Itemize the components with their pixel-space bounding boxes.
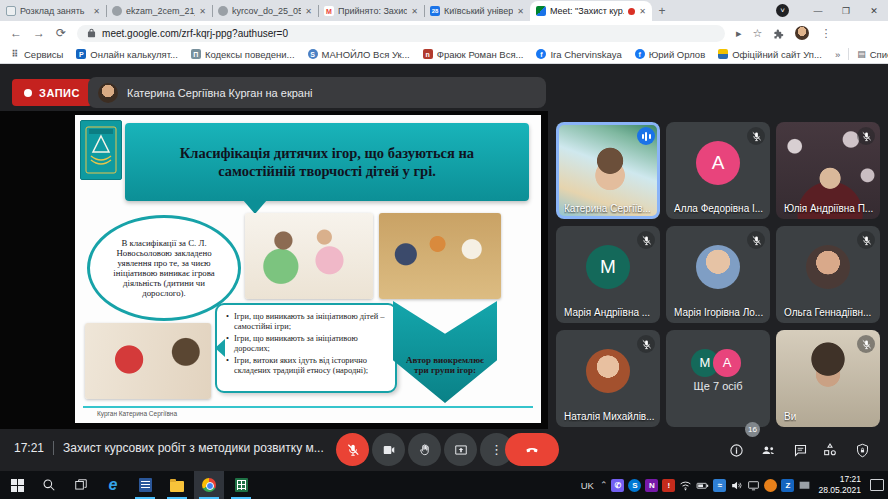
window-minimize-button[interactable]: — — [804, 0, 832, 21]
tab-close-icon[interactable]: ✕ — [639, 7, 646, 16]
globe-favicon-icon — [112, 6, 122, 16]
bookmark-star-icon[interactable]: ☆ — [753, 28, 763, 39]
edge-taskbar-button[interactable]: e — [98, 471, 128, 499]
tab-close-icon[interactable]: ✕ — [411, 7, 418, 16]
more-participants-tile[interactable]: М А Ще 7 осіб — [666, 330, 770, 427]
viber-tray-icon[interactable]: ✆ — [611, 479, 624, 492]
bookmark-label: Юрий Орлов — [649, 49, 705, 60]
back-icon[interactable]: ← — [10, 27, 22, 39]
volume-tray-icon[interactable] — [730, 479, 743, 492]
tab-close-icon[interactable]: ✕ — [199, 7, 206, 16]
onenote-tray-icon[interactable]: N — [645, 479, 658, 492]
participant-tile[interactable]: Катерина Сергіїв... — [556, 122, 660, 219]
tab-close-icon[interactable]: ✕ — [93, 7, 100, 16]
slide-footer-rule — [83, 406, 533, 408]
shield-favicon-icon — [718, 49, 728, 59]
window-maximize-button[interactable]: ❐ — [832, 0, 860, 21]
mic-toggle-button[interactable] — [336, 433, 369, 466]
tab-close-icon[interactable]: ✕ — [517, 7, 524, 16]
bookmarks-overflow-icon[interactable]: » — [835, 49, 840, 60]
word-taskbar-button[interactable] — [130, 471, 160, 499]
media-session-icon[interactable]: ▸ — [736, 28, 742, 39]
divider — [848, 48, 849, 60]
tab-calendar[interactable]: 28 Київський університе... ✕ — [424, 1, 530, 21]
raise-hand-button[interactable] — [408, 433, 441, 466]
java-tray-icon[interactable] — [764, 479, 777, 492]
bookmark-frayuk[interactable]: n Фраюк Роман Вся... — [423, 49, 524, 60]
tab-close-icon[interactable]: ✕ — [305, 7, 312, 16]
task-view-button[interactable] — [66, 471, 96, 499]
mic-off-icon — [857, 335, 875, 353]
start-button[interactable] — [2, 471, 32, 499]
bookmark-orlov[interactable]: f Юрий Орлов — [635, 49, 705, 60]
tab-meet-active[interactable]: Meet: "Захист кур..." ✕ — [530, 1, 652, 21]
file-explorer-button[interactable] — [162, 471, 192, 499]
action-center-icon[interactable] — [870, 479, 884, 491]
reload-icon[interactable]: ⟳ — [56, 27, 66, 39]
tab-gmail[interactable]: M Прийнято: Захист кур... ✕ — [318, 1, 424, 21]
battery-tray-icon[interactable] — [696, 479, 709, 492]
activities-button[interactable] — [820, 440, 840, 460]
weather-tray-icon[interactable]: ≈ — [713, 479, 726, 492]
language-indicator[interactable]: UK — [581, 480, 594, 491]
tab-kyrcov-pdf[interactable]: kyrcov_do_25_05.pdf ✕ — [212, 1, 318, 21]
more-participants-label: Ще 7 осіб — [666, 380, 770, 392]
self-view-tile[interactable]: Ви — [776, 330, 880, 427]
media-control-button[interactable]: ˅ — [776, 4, 789, 17]
wifi-tray-icon[interactable] — [679, 479, 692, 492]
photo-mother-child — [85, 323, 211, 399]
chat-panel-button[interactable] — [790, 440, 810, 460]
display-tray-icon[interactable] — [747, 479, 760, 492]
participant-tile[interactable]: М Марія Андріївна ... — [556, 226, 660, 323]
taskbar-search-button[interactable] — [34, 471, 64, 499]
window-close-button[interactable]: ✕ — [860, 0, 888, 21]
present-screen-button[interactable] — [444, 433, 477, 466]
host-controls-button[interactable] — [852, 440, 872, 460]
skype-tray-icon[interactable]: S — [628, 479, 641, 492]
participant-photo-avatar — [696, 245, 740, 289]
taskbar-clock[interactable]: 17:21 28.05.2021 — [818, 474, 861, 495]
bookmark-codes[interactable]: Π Кодексы поведени... — [191, 49, 295, 60]
mic-off-icon — [637, 231, 655, 249]
participants-panel-button[interactable] — [758, 440, 778, 460]
tab-ekzam-pdf[interactable]: ekzam_2cem_21_05_1... ✕ — [106, 1, 212, 21]
end-call-button[interactable] — [505, 433, 559, 466]
z-app-tray-icon[interactable]: Z — [781, 479, 794, 492]
reading-list-button[interactable]: ▤ Список для чтения — [857, 49, 888, 60]
participant-tile[interactable]: Юлія Андріївна П... — [776, 122, 880, 219]
extensions-icon[interactable] — [773, 28, 784, 39]
second-monitor-tray-icon[interactable] — [798, 479, 811, 492]
meeting-details-button[interactable] — [726, 440, 746, 460]
address-bar[interactable]: meet.google.com/zrf-kqrj-ppg?authuser=0 — [77, 25, 725, 42]
stacked-avatars: М А — [691, 349, 745, 377]
calendar-favicon-icon: 28 — [430, 6, 440, 16]
hidden-icons-chevron-icon[interactable]: ⌃ — [600, 480, 608, 490]
chrome-taskbar-button[interactable] — [194, 471, 224, 499]
slide-arrow-shape — [393, 301, 497, 403]
participant-tile[interactable]: Наталія Михайлів... — [556, 330, 660, 427]
participants-grid: Катерина Сергіїв... А Алла Федорівна І..… — [556, 122, 880, 427]
calc-taskbar-button[interactable] — [226, 471, 256, 499]
bookmark-calculator[interactable]: P Онлайн калькулят... — [76, 49, 178, 60]
bookmark-official-site[interactable]: Офіційний сайт Уп... — [718, 49, 822, 60]
presenter-pill[interactable]: Катерина Сергіївна Курган на екрані — [88, 77, 546, 108]
slide-arrow-text: Автор виокремлює три групи ігор: — [401, 355, 489, 376]
camera-toggle-button[interactable] — [372, 433, 405, 466]
new-tab-button[interactable]: + — [652, 1, 672, 21]
bookmark-label: Фраюк Роман Вся... — [437, 49, 524, 60]
recording-badge: ЗАПИС — [12, 79, 92, 106]
bookmark-services[interactable]: ⠿ Сервисы — [10, 49, 63, 60]
participant-tile[interactable]: Марія Ігорівна Ло... — [666, 226, 770, 323]
forward-icon[interactable]: → — [33, 27, 45, 39]
participant-tile[interactable]: Ольга Геннадіївн... — [776, 226, 880, 323]
browser-menu-icon[interactable]: ⋮ — [820, 28, 831, 39]
participant-name: Марія Андріївна ... — [564, 307, 650, 318]
tab-schedule[interactable]: Розклад занять ✕ — [0, 1, 106, 21]
mic-off-icon — [857, 231, 875, 249]
profile-avatar[interactable] — [795, 26, 809, 40]
security-warning-tray-icon[interactable]: ! — [662, 479, 675, 492]
bookmark-ira[interactable]: f Ira Chervinskaya — [536, 49, 621, 60]
participant-tile[interactable]: А Алла Федорівна І... — [666, 122, 770, 219]
bookmark-manoylo[interactable]: S МАНОЙЛО Вся Ук... — [308, 49, 410, 60]
facebook-favicon-icon: f — [536, 49, 546, 59]
